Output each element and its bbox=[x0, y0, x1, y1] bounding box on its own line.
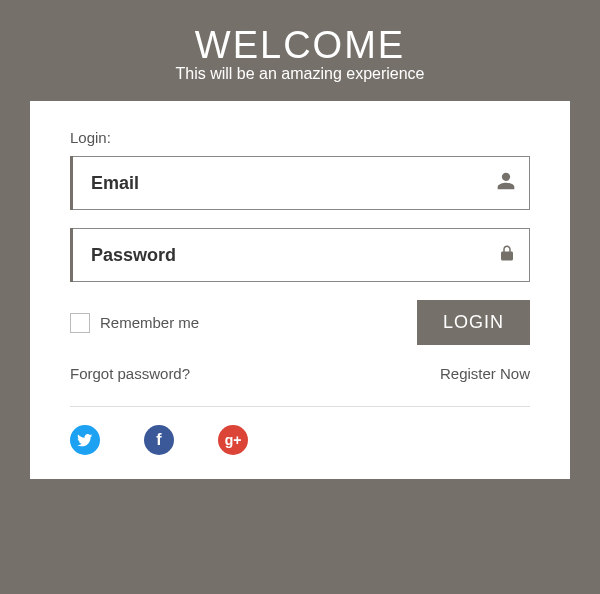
twitter-icon[interactable] bbox=[70, 425, 100, 455]
login-button[interactable]: LOGIN bbox=[417, 300, 530, 345]
lock-icon bbox=[498, 243, 516, 267]
email-field-wrap bbox=[70, 156, 530, 210]
password-field-wrap bbox=[70, 228, 530, 282]
email-field[interactable] bbox=[70, 156, 530, 210]
google-plus-icon[interactable]: g+ bbox=[218, 425, 248, 455]
password-field[interactable] bbox=[70, 228, 530, 282]
welcome-title: WELCOME bbox=[175, 24, 424, 67]
forgot-password-link[interactable]: Forgot password? bbox=[70, 365, 190, 382]
divider bbox=[70, 406, 530, 407]
header: WELCOME This will be an amazing experien… bbox=[175, 0, 424, 101]
options-row: Remember me LOGIN bbox=[70, 300, 530, 345]
welcome-subtitle: This will be an amazing experience bbox=[175, 65, 424, 83]
links-row: Forgot password? Register Now bbox=[70, 365, 530, 382]
input-accent bbox=[70, 228, 73, 282]
remember-label: Remember me bbox=[100, 314, 199, 331]
input-accent bbox=[70, 156, 73, 210]
login-label: Login: bbox=[70, 129, 530, 146]
remember-me[interactable]: Remember me bbox=[70, 313, 199, 333]
login-card: Login: Remember me LOGIN Forgot password… bbox=[30, 101, 570, 479]
facebook-icon[interactable]: f bbox=[144, 425, 174, 455]
user-icon bbox=[496, 171, 516, 195]
social-row: f g+ bbox=[70, 425, 530, 455]
remember-checkbox[interactable] bbox=[70, 313, 90, 333]
register-link[interactable]: Register Now bbox=[440, 365, 530, 382]
